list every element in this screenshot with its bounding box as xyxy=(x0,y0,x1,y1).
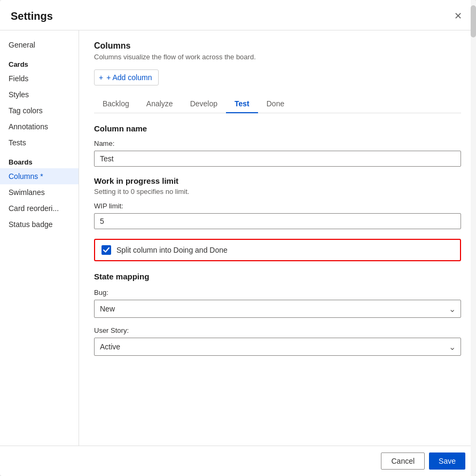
user-story-select-wrapper: Active New Resolved Closed ⌄ xyxy=(94,338,461,356)
plus-icon: + xyxy=(99,73,103,82)
tab-backlog[interactable]: Backlog xyxy=(94,95,138,113)
cancel-button[interactable]: Cancel xyxy=(381,452,425,470)
add-column-label: + Add column xyxy=(106,73,152,82)
bug-select-wrapper: New Active Resolved Closed ⌄ xyxy=(94,300,461,318)
tab-analyze[interactable]: Analyze xyxy=(138,95,182,113)
sidebar-item-card-reordering[interactable]: Card reorderi... xyxy=(0,200,79,216)
sidebar-item-styles[interactable]: Styles xyxy=(0,87,79,103)
sidebar-item-annotations[interactable]: Annotations xyxy=(0,119,79,135)
settings-dialog: Settings ✕ General Cards Fields Styles T… xyxy=(0,0,476,476)
wip-section-title: Work in progress limit xyxy=(94,176,461,185)
name-field-label: Name: xyxy=(94,139,461,147)
sidebar-item-swimlanes[interactable]: Swimlanes xyxy=(0,184,79,200)
name-input[interactable] xyxy=(94,151,461,167)
dialog-title: Settings xyxy=(11,10,53,22)
sidebar-section-boards: Boards xyxy=(0,153,79,168)
scrollbar-track[interactable] xyxy=(471,30,476,446)
sidebar-item-tag-colors[interactable]: Tag colors xyxy=(0,103,79,119)
column-name-section-title: Column name xyxy=(94,124,461,133)
sidebar-section-cards: Cards xyxy=(0,55,79,71)
dialog-header: Settings ✕ xyxy=(0,0,476,30)
wip-subtitle: Setting it to 0 specifies no limit. xyxy=(94,188,461,196)
checkmark-icon xyxy=(103,247,110,253)
dialog-body: General Cards Fields Styles Tag colors A… xyxy=(0,30,476,446)
columns-section-title: Columns xyxy=(94,41,461,51)
wip-label: WIP limit: xyxy=(94,202,461,210)
scrollbar-thumb[interactable] xyxy=(471,30,476,37)
bug-label: Bug: xyxy=(94,288,461,296)
user-story-label: User Story: xyxy=(94,326,461,334)
close-icon: ✕ xyxy=(454,10,462,22)
sidebar: General Cards Fields Styles Tag colors A… xyxy=(0,30,79,446)
sidebar-item-general[interactable]: General xyxy=(0,37,79,53)
dialog-footer: Cancel Save xyxy=(0,446,476,476)
sidebar-item-columns[interactable]: Columns * xyxy=(0,168,79,184)
columns-section-subtitle: Columns visualize the flow of work acros… xyxy=(94,53,461,61)
sidebar-item-status-badge[interactable]: Status badge xyxy=(0,216,79,232)
tab-test[interactable]: Test xyxy=(226,95,258,113)
wip-input[interactable] xyxy=(94,213,461,229)
split-column-checkbox[interactable] xyxy=(102,245,111,255)
sidebar-item-fields[interactable]: Fields xyxy=(0,71,79,87)
state-mapping-title: State mapping xyxy=(94,272,461,281)
column-tabs: Backlog Analyze Develop Test Done xyxy=(94,95,461,113)
bug-select[interactable]: New Active Resolved Closed xyxy=(94,300,461,318)
tab-done[interactable]: Done xyxy=(258,95,293,113)
user-story-select[interactable]: Active New Resolved Closed xyxy=(94,338,461,356)
close-button[interactable]: ✕ xyxy=(450,9,465,24)
sidebar-item-tests[interactable]: Tests xyxy=(0,135,79,151)
main-content: Columns Columns visualize the flow of wo… xyxy=(79,30,476,446)
tab-develop[interactable]: Develop xyxy=(182,95,226,113)
save-button[interactable]: Save xyxy=(429,452,465,470)
split-column-checkbox-row[interactable]: Split column into Doing and Done xyxy=(94,239,461,261)
split-column-label: Split column into Doing and Done xyxy=(116,246,228,254)
add-column-button[interactable]: + + Add column xyxy=(94,69,159,85)
